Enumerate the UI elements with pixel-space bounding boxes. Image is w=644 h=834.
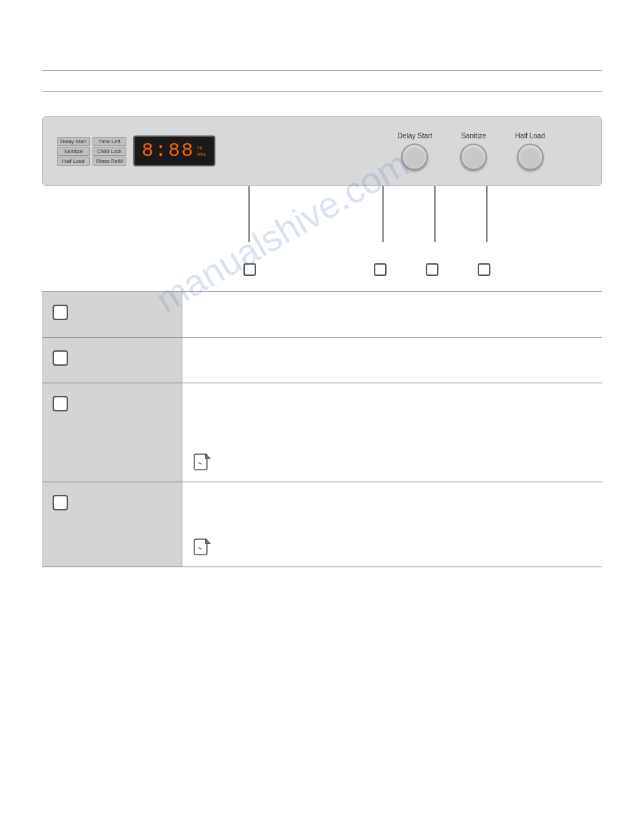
table-row (42, 482, 602, 567)
table-cell-right-2 (182, 338, 602, 383)
row-checkbox-1[interactable] (53, 305, 68, 320)
button-label-delay-start: Delay Start (398, 132, 432, 140)
button-label-sanitize: Sanitize (461, 132, 486, 140)
display-section: Delay Start Time Left Sanitize Child Loc… (57, 135, 215, 166)
label-time-left: Time Left (93, 137, 126, 146)
label-sanitize: Sanitize (57, 147, 90, 156)
round-button-half-load[interactable] (517, 144, 544, 171)
table-cell-left-2 (42, 338, 182, 383)
display-connector-checkbox[interactable] (243, 263, 256, 276)
unit-hr: Hr. (197, 145, 206, 151)
table-cell-right-4 (182, 482, 602, 567)
digital-units: Hr. min. (197, 145, 206, 157)
table-row (42, 337, 602, 383)
row-checkbox-3[interactable] (53, 396, 68, 411)
table-cell-right-3 (182, 383, 602, 482)
top-rule-1 (42, 70, 602, 71)
button-label-half-load: Half Load (515, 132, 545, 140)
table-cell-left-3 (42, 383, 182, 482)
digital-display: 8:88 Hr. min. (133, 135, 215, 166)
label-half-load: Half Load (57, 157, 90, 166)
round-button-sanitize[interactable] (460, 144, 487, 171)
button-group-half-load: Half Load (515, 132, 545, 171)
note-icon-3 (193, 453, 211, 471)
button-section: Delay Start Sanitize Half Load (398, 132, 545, 171)
button-group-delay-start: Delay Start (398, 132, 432, 171)
half-load-connector-checkbox[interactable] (478, 263, 490, 276)
label-delay-start: Delay Start (57, 137, 90, 146)
label-child-lock: Child Lock (93, 147, 126, 156)
sanitize-connector-checkbox[interactable] (426, 263, 438, 276)
unit-min: min. (197, 151, 206, 157)
table-section (42, 291, 602, 567)
table-cell-left-1 (42, 292, 182, 337)
round-button-delay-start[interactable] (401, 144, 428, 171)
top-rule-2 (42, 91, 602, 92)
row-checkbox-4[interactable] (53, 495, 68, 510)
table-cell-right-1 (182, 292, 602, 337)
table-row (42, 383, 602, 482)
delay-start-connector-checkbox[interactable] (374, 263, 387, 276)
table-row (42, 291, 602, 337)
label-rinse-refill: Rinse Refill (93, 157, 126, 166)
table-cell-left-4 (42, 482, 182, 567)
note-icon-4 (193, 538, 211, 556)
button-group-sanitize: Sanitize (460, 132, 487, 171)
appliance-panel: Delay Start Time Left Sanitize Child Loc… (42, 116, 602, 186)
row-checkbox-2[interactable] (53, 350, 68, 366)
digital-digits: 8:88 (142, 141, 194, 161)
label-grid: Delay Start Time Left Sanitize Child Loc… (57, 137, 126, 166)
appliance-container: Delay Start Time Left Sanitize Child Loc… (42, 116, 602, 186)
